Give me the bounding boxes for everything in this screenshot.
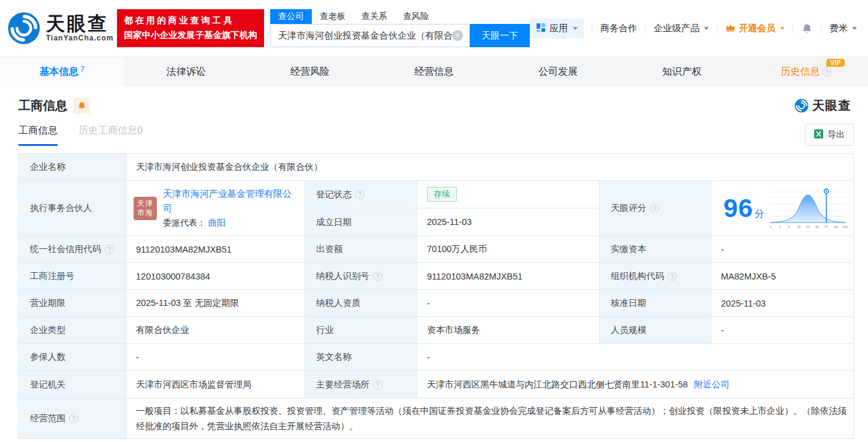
svg-text:0: 0 xyxy=(770,225,772,229)
excel-icon xyxy=(814,129,823,140)
user-menu[interactable]: 费米 xyxy=(829,23,857,34)
slogan-line1: 都在用的商业查询工具 xyxy=(124,13,257,28)
insured-count-value: - xyxy=(126,344,305,371)
partner-company-link[interactable]: 天津市海河产业基金管理有限公司 xyxy=(163,188,292,213)
svg-text:15: 15 xyxy=(797,225,801,229)
field-label: 人员规模 xyxy=(600,317,711,344)
vip-label: 开通会员 xyxy=(739,23,776,34)
username: 费米 xyxy=(829,23,848,34)
export-button[interactable]: 导出 xyxy=(805,124,854,146)
address-value: 天津市河西区黑牛城道与内江北路交口西北侧七贤南里11-1-301-58 xyxy=(427,379,688,391)
field-label: 纳税人识别号 ? xyxy=(305,263,417,290)
help-icon[interactable]: ? xyxy=(822,67,831,77)
export-label: 导出 xyxy=(828,129,845,140)
field-label: 企业名称 xyxy=(19,154,126,181)
subtab-history-business-info[interactable]: 历史工商信息0 xyxy=(78,124,143,146)
field-label: 天眼评分 ? xyxy=(600,181,711,236)
chevron-down-icon xyxy=(704,27,709,30)
tab-legal[interactable]: 法律诉讼 xyxy=(124,57,247,87)
industry-value: 资本市场服务 xyxy=(417,317,600,344)
tianyancha-logo[interactable]: 天眼查 TianYanCha.com xyxy=(7,12,113,45)
svg-text:1: 1 xyxy=(779,225,781,229)
partner-cell: 天津 市海 天津市海河产业基金管理有限公司 委派代表： 曲阳 xyxy=(126,181,305,236)
business-term-value: 2025-11-03 至 无固定期限 xyxy=(126,290,305,317)
field-label: 执行事务合伙人 xyxy=(19,181,126,236)
subtab-business-info[interactable]: 工商信息 xyxy=(18,124,58,146)
menu-cooperation[interactable]: 商务合作 xyxy=(600,23,637,34)
search-tabs: 查公司 查老板 查关系 查风险 xyxy=(270,9,530,24)
field-label: 出资额 xyxy=(305,236,417,263)
score-unit: 分 xyxy=(755,208,764,221)
rep-name-link[interactable]: 曲阳 xyxy=(208,218,225,227)
field-label: 工商注册号 xyxy=(19,263,126,290)
address-cell: 天津市河西区黑牛城道与内江北路交口西北侧七贤南里11-1-301-58 附近公司 xyxy=(417,371,854,398)
help-icon[interactable]: ? xyxy=(69,414,78,423)
open-vip-button[interactable]: 开通会员 xyxy=(725,23,785,34)
search-block: 查公司 查老板 查关系 查风险 × 天眼一下 xyxy=(270,9,530,47)
field-label: 核准日期 xyxy=(600,290,711,317)
search-tab-boss[interactable]: 查老板 xyxy=(312,9,353,24)
divider xyxy=(645,24,646,33)
help-icon[interactable]: ? xyxy=(373,380,382,389)
help-icon[interactable]: ? xyxy=(668,272,677,281)
svg-text:3: 3 xyxy=(788,225,790,229)
search-tab-risk[interactable]: 查风险 xyxy=(395,9,437,24)
search-tab-relation[interactable]: 查关系 xyxy=(353,9,395,24)
notification-bell-icon[interactable] xyxy=(801,23,813,34)
search-button[interactable]: 天眼一下 xyxy=(470,24,530,47)
partner-avatar: 天津 市海 xyxy=(134,197,157,220)
field-label: 成立日期 xyxy=(305,208,417,236)
nearby-companies-link[interactable]: 附近公司 xyxy=(694,379,730,391)
watermark-logo-icon xyxy=(794,99,809,113)
brand-name: 天眼查 xyxy=(46,14,113,34)
search-input[interactable] xyxy=(278,31,452,41)
help-icon[interactable]: ? xyxy=(105,245,114,254)
capital-value: 70100万人民币 xyxy=(417,236,600,263)
search-input-wrap: × xyxy=(270,24,470,47)
tab-basic-info[interactable]: 基本信息 7 xyxy=(0,57,124,87)
table-row: 执行事务合伙人 天津 市海 天津市海河产业基金管理有限公司 委派代表： 曲阳 登… xyxy=(19,181,854,236)
tianyancha-logo-icon xyxy=(7,12,40,45)
table-row: 企业名称 天津市海河创业投资基金合伙企业（有限合伙） xyxy=(19,154,854,181)
help-icon[interactable]: ? xyxy=(650,204,659,213)
apps-label: 应用 xyxy=(549,23,568,34)
chevron-down-icon xyxy=(780,27,785,30)
tab-operation-info[interactable]: 经营信息 xyxy=(372,57,496,87)
help-icon[interactable]: ? xyxy=(373,272,382,281)
svg-text:97: 97 xyxy=(825,225,828,229)
tab-history-info[interactable]: 历史信息 ? VIP xyxy=(744,57,868,87)
divider xyxy=(821,24,821,33)
score-value: 96 xyxy=(723,194,753,223)
reg-status-value: 存续 xyxy=(417,181,600,208)
section-header: 工商信息 天眼查 xyxy=(0,87,868,114)
status-date-stack: 登记状态 ? 存续 成立日期 2025-11-03 xyxy=(305,181,600,236)
taxpayer-id-value: 91120103MA82MJXB51 xyxy=(417,263,600,290)
section-title: 工商信息 xyxy=(18,97,67,114)
search-tab-company[interactable]: 查公司 xyxy=(270,9,312,24)
divider xyxy=(793,24,793,33)
help-icon[interactable]: ? xyxy=(355,190,364,199)
apps-menu[interactable]: 应用 xyxy=(530,18,584,39)
table-row: 参保人数 - 英文名称 - xyxy=(19,344,854,371)
subscribe-bell-icon[interactable] xyxy=(74,97,90,114)
tab-operation-risk[interactable]: 经营风险 xyxy=(248,57,372,87)
establish-date-value: 2025-11-03 xyxy=(417,208,600,236)
paid-capital-value: - xyxy=(711,236,854,263)
clear-search-icon[interactable]: × xyxy=(452,30,463,41)
main-nav-bar: 基本信息 7 法律诉讼 经营风险 经营信息 公司发展 知识产权 历史信息 ? V… xyxy=(0,56,868,87)
subtab-row: 工商信息 历史工商信息0 导出 xyxy=(0,114,868,146)
tab-intellectual-property[interactable]: 知识产权 xyxy=(620,57,744,87)
divider xyxy=(592,24,592,33)
score-cell[interactable]: 96 分 xyxy=(711,181,854,236)
svg-text:99: 99 xyxy=(834,225,838,229)
slogan-line2: 国家中小企业发展子基金旗下机构 xyxy=(124,28,257,43)
menu-enterprise[interactable]: 企业级产品 xyxy=(654,23,709,34)
field-label: 行业 xyxy=(305,317,417,344)
apps-grid-icon xyxy=(536,23,546,34)
credit-code-value: 91120103MA82MJXB51 xyxy=(126,236,305,263)
svg-text:100: 100 xyxy=(843,225,848,229)
tab-company-development[interactable]: 公司发展 xyxy=(496,57,620,87)
approval-date-value: 2025-11-03 xyxy=(711,290,854,317)
tab-basic-info-label: 基本信息 xyxy=(39,66,78,78)
company-type-value: 有限合伙企业 xyxy=(126,317,305,344)
